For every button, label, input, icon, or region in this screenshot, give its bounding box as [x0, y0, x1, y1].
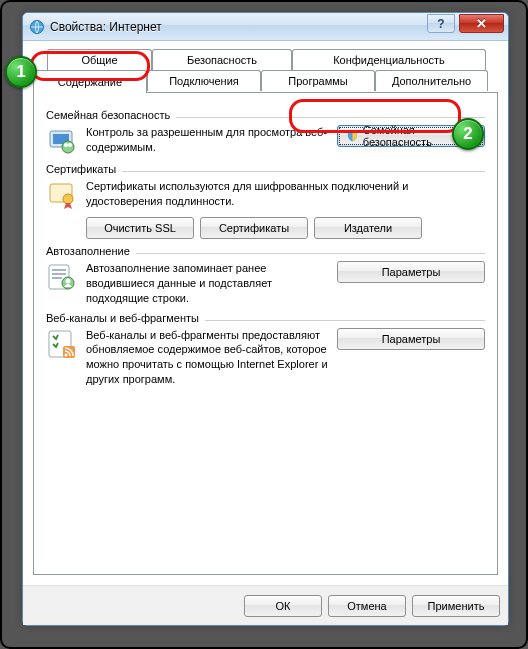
tab-programs[interactable]: Программы — [261, 70, 375, 91]
apply-button[interactable]: Применить — [412, 595, 500, 617]
svg-point-5 — [68, 143, 72, 147]
tab-connections[interactable]: Подключения — [147, 70, 261, 91]
certificate-icon — [46, 179, 78, 211]
svg-point-7 — [63, 194, 73, 204]
dialog-window: Свойства: Интернет ? ✕ Общие Безопасност… — [22, 12, 509, 626]
autocomplete-icon — [46, 261, 78, 293]
publishers-button[interactable]: Издатели — [314, 217, 422, 239]
svg-point-13 — [65, 353, 68, 356]
svg-point-4 — [64, 143, 68, 147]
tab-privacy[interactable]: Конфиденциальность — [292, 49, 486, 70]
certificates-desc: Сертификаты используются для шифрованных… — [86, 179, 485, 209]
tab-strip: Общие Безопасность Конфиденциальность Со… — [33, 49, 498, 93]
feeds-icon — [46, 328, 78, 360]
window-title: Свойства: Интернет — [50, 20, 162, 34]
dialog-footer: ОК Отмена Применить — [23, 585, 508, 625]
autocomplete-params-button[interactable]: Параметры — [337, 261, 485, 283]
close-button[interactable]: ✕ — [459, 14, 504, 33]
annotation-badge-2: 2 — [452, 118, 484, 150]
feeds-params-button[interactable]: Параметры — [337, 328, 485, 350]
annotation-badge-1: 1 — [5, 56, 37, 88]
internet-options-icon — [29, 19, 45, 35]
ok-button[interactable]: ОК — [244, 595, 322, 617]
feeds-desc: Веб-каналы и веб-фрагменты предоставляют… — [86, 328, 329, 387]
family-safety-desc: Контроль за разрешенным для просмотра ве… — [86, 125, 329, 155]
family-safety-icon — [46, 125, 78, 157]
certificates-button[interactable]: Сертификаты — [200, 217, 308, 239]
group-family-safety: Семейная безопасность — [46, 109, 485, 121]
group-certificates: Сертификаты — [46, 163, 485, 175]
clear-ssl-button[interactable]: Очистить SSL — [86, 217, 194, 239]
tab-content[interactable]: Содержание — [33, 70, 147, 93]
svg-point-10 — [66, 279, 71, 284]
svg-point-3 — [62, 141, 74, 153]
group-feeds: Веб-каналы и веб-фрагменты — [46, 312, 485, 324]
autocomplete-desc: Автозаполнение запоминает ранее вводивши… — [86, 261, 329, 306]
help-button[interactable]: ? — [427, 14, 455, 33]
tab-security[interactable]: Безопасность — [152, 49, 292, 70]
tab-general[interactable]: Общие — [47, 49, 152, 70]
titlebar: Свойства: Интернет ? ✕ — [23, 13, 508, 41]
content-pane: Семейная безопасность Контроль за разреш… — [33, 92, 498, 575]
group-autocomplete: Автозаполнение — [46, 245, 485, 257]
tab-advanced[interactable]: Дополнительно — [375, 70, 488, 91]
cancel-button[interactable]: Отмена — [328, 595, 406, 617]
